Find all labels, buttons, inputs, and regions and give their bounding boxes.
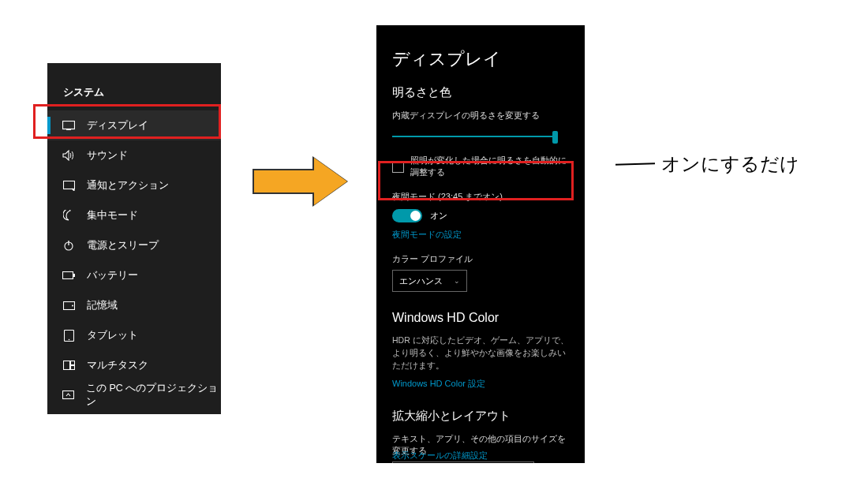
advanced-scale-link[interactable]: 表示スケールの詳細設定 bbox=[392, 450, 488, 461]
notification-icon bbox=[62, 178, 76, 192]
sidebar-item-focus[interactable]: 集中モード bbox=[47, 200, 221, 230]
select-value: エンハンス bbox=[399, 275, 443, 287]
sidebar-item-multitask[interactable]: マルチタスク bbox=[47, 350, 221, 380]
svg-rect-6 bbox=[73, 274, 75, 277]
hd-color-link[interactable]: Windows HD Color 設定 bbox=[392, 378, 574, 390]
sidebar-item-label: バッテリー bbox=[87, 269, 138, 282]
svg-point-10 bbox=[68, 338, 69, 340]
svg-rect-14 bbox=[63, 390, 74, 398]
annotation-arrow bbox=[253, 158, 363, 205]
brightness-section-title: 明るさと色 bbox=[392, 85, 574, 100]
brightness-desc: 内蔵ディスプレイの明るさを変更する bbox=[392, 110, 574, 121]
sidebar-item-label: 記憶域 bbox=[87, 299, 118, 312]
settings-sidebar: システム ディスプレイ サウンド 通知とアクション 集中モード 電源とスリープ bbox=[47, 63, 221, 414]
svg-rect-5 bbox=[63, 272, 73, 279]
sidebar-item-storage[interactable]: 記憶域 bbox=[47, 290, 221, 320]
auto-brightness-row[interactable]: 照明が変化した場合に明るさを自動的に調整する bbox=[392, 155, 574, 178]
scale-select[interactable]: 125% ⌄ bbox=[392, 461, 534, 463]
svg-rect-11 bbox=[63, 361, 69, 370]
svg-point-8 bbox=[72, 305, 73, 306]
sidebar-item-label: 電源とスリープ bbox=[87, 239, 159, 252]
night-mode-label: 夜間モード (23:45 までオン) bbox=[392, 191, 574, 203]
storage-icon bbox=[62, 298, 76, 312]
hd-color-desc: HDR に対応したビデオ、ゲーム、アプリで、より明るく、より鮮やかな画像をお楽し… bbox=[392, 334, 574, 372]
display-settings-panel: ディスプレイ 明るさと色 内蔵ディスプレイの明るさを変更する 照明が変化した場合… bbox=[376, 25, 585, 463]
annotation-handwriting: オンにするだけ bbox=[615, 140, 852, 188]
battery-icon bbox=[62, 268, 76, 282]
svg-rect-12 bbox=[70, 361, 74, 365]
sidebar-item-label: この PC へのプロジェクション bbox=[86, 382, 221, 409]
svg-rect-13 bbox=[70, 366, 74, 370]
toggle-switch[interactable] bbox=[392, 209, 422, 222]
sidebar-item-battery[interactable]: バッテリー bbox=[47, 260, 221, 290]
sidebar-item-notifications[interactable]: 通知とアクション bbox=[47, 170, 221, 200]
chevron-down-icon: ⌄ bbox=[454, 277, 460, 285]
tablet-icon bbox=[62, 328, 76, 342]
scale-title: 拡大縮小とレイアウト bbox=[392, 409, 574, 424]
checkbox-icon[interactable] bbox=[392, 161, 404, 173]
color-profile-label: カラー プロファイル bbox=[392, 253, 574, 265]
sidebar-item-display[interactable]: ディスプレイ bbox=[47, 110, 221, 140]
sidebar-item-label: マルチタスク bbox=[87, 359, 148, 372]
sidebar-item-label: 通知とアクション bbox=[87, 179, 169, 192]
slider-thumb[interactable] bbox=[552, 131, 558, 144]
annotation-text: オンにするだけ bbox=[661, 151, 799, 177]
hd-color-title: Windows HD Color bbox=[392, 311, 574, 325]
sidebar-heading: システム bbox=[47, 63, 221, 110]
sound-icon bbox=[62, 148, 76, 163]
sidebar-item-label: サウンド bbox=[87, 149, 128, 163]
power-icon bbox=[62, 238, 76, 252]
color-profile-select[interactable]: エンハンス ⌄ bbox=[392, 270, 467, 292]
auto-brightness-label: 照明が変化した場合に明るさを自動的に調整する bbox=[410, 155, 574, 178]
svg-rect-2 bbox=[63, 181, 74, 189]
sidebar-item-power[interactable]: 電源とスリープ bbox=[47, 230, 221, 260]
sidebar-item-label: タブレット bbox=[87, 329, 138, 342]
sidebar-item-tablet[interactable]: タブレット bbox=[47, 320, 221, 350]
toggle-state-label: オン bbox=[430, 210, 447, 222]
display-icon bbox=[62, 118, 76, 133]
multitask-icon bbox=[62, 358, 76, 372]
page-title: ディスプレイ bbox=[392, 47, 574, 71]
sidebar-item-label: ディスプレイ bbox=[87, 119, 148, 133]
sidebar-item-projection[interactable]: この PC へのプロジェクション bbox=[47, 380, 221, 410]
night-mode-toggle-row[interactable]: オン bbox=[392, 209, 574, 222]
svg-rect-0 bbox=[63, 121, 75, 129]
projection-icon bbox=[62, 388, 75, 402]
moon-icon bbox=[62, 208, 76, 222]
night-mode-settings-link[interactable]: 夜間モードの設定 bbox=[392, 229, 574, 241]
sidebar-item-label: 集中モード bbox=[87, 209, 138, 222]
toggle-knob bbox=[410, 211, 421, 221]
annotation-connector-line bbox=[615, 163, 655, 166]
sidebar-item-sound[interactable]: サウンド bbox=[47, 140, 221, 170]
slider-track bbox=[392, 136, 558, 137]
brightness-slider[interactable] bbox=[392, 128, 558, 147]
